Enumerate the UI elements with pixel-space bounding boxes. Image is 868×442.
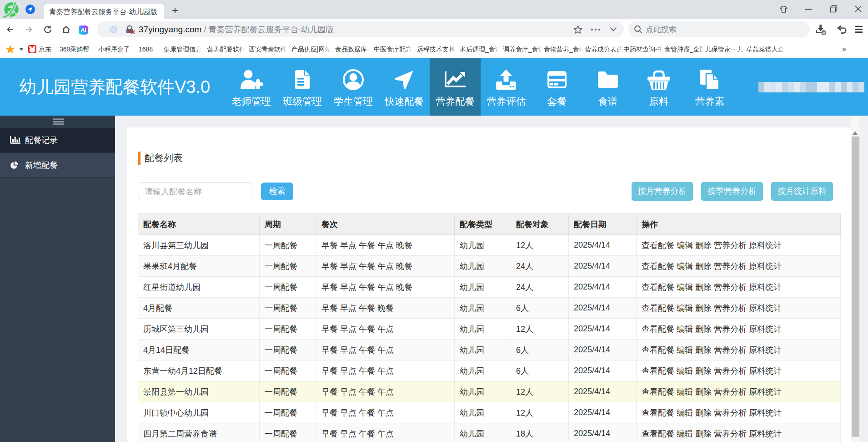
- svg-text:v: v: [823, 30, 825, 35]
